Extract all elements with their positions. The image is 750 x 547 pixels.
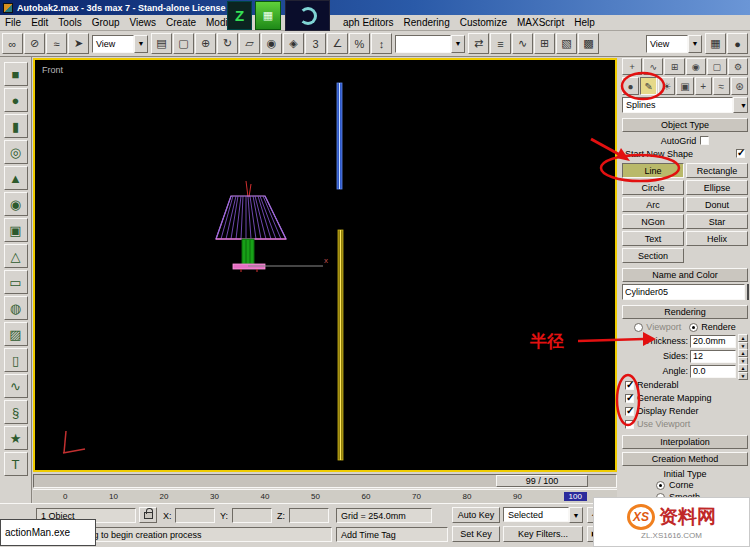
cone-icon[interactable]: ▲	[4, 166, 28, 190]
curve-editor-icon[interactable]: ∿	[512, 33, 533, 54]
geometry-category-icon[interactable]: ●	[622, 77, 639, 95]
render-mode-radio[interactable]: Rendere	[689, 321, 736, 333]
menu-item[interactable]: Help	[569, 17, 600, 28]
rendering-checkbox-row[interactable]: Renderabl	[622, 379, 748, 391]
viewport-canvas[interactable]: Front	[35, 60, 615, 470]
select-object-icon[interactable]: ➤	[68, 33, 89, 54]
quick-render-icon[interactable]: ●	[727, 33, 748, 54]
render-scene-icon[interactable]: ▩	[578, 33, 599, 54]
menu-item[interactable]: Customize	[455, 17, 512, 28]
menu-item[interactable]: Tools	[53, 17, 86, 28]
initial-type-option[interactable]: Corne	[622, 479, 748, 491]
sphere-icon[interactable]: ●	[4, 88, 28, 112]
radio-icon[interactable]	[689, 323, 698, 332]
pivot-center-icon[interactable]: ◉	[261, 33, 282, 54]
rendering-checkbox-row[interactable]: Use Viewport	[622, 418, 748, 430]
snap-3d-icon[interactable]: 3	[305, 33, 326, 54]
object-type-button[interactable]: Section	[622, 248, 684, 263]
time-slider-handle[interactable]: 99 / 100	[496, 475, 588, 487]
object-type-button[interactable]: NGon	[622, 214, 684, 229]
key-filters-button[interactable]: Key Filters...	[503, 526, 583, 542]
track-bar[interactable]: 0102030405060708090100	[33, 489, 617, 503]
object-type-button[interactable]: Star	[686, 214, 748, 229]
percent-snap-icon[interactable]: %	[349, 33, 370, 54]
select-link-icon[interactable]: ∞	[2, 33, 23, 54]
spacewarps-category-icon[interactable]: ≈	[713, 77, 730, 95]
set-key-button[interactable]: Set Key	[452, 526, 500, 542]
object-name-input[interactable]	[622, 284, 745, 300]
y-coordinate-input[interactable]	[232, 508, 272, 523]
auto-key-button[interactable]: Auto Key	[452, 507, 500, 523]
name-color-rollout[interactable]: Name and Color	[622, 268, 748, 282]
utilities-tab-icon[interactable]: ⚙	[728, 58, 748, 75]
radio-icon[interactable]	[634, 323, 643, 332]
rendering-checkbox-row[interactable]: Generate Mapping	[622, 392, 748, 404]
key-selection-dropdown[interactable]: Selected	[503, 507, 569, 522]
move-icon[interactable]: ⊕	[195, 33, 216, 54]
create-tab-icon[interactable]: +	[622, 58, 642, 75]
x-coordinate-input[interactable]	[175, 508, 215, 523]
region-select-icon[interactable]: ▢	[173, 33, 194, 54]
bind-spacewarp-icon[interactable]: ≈	[46, 33, 67, 54]
view-dropdown-arrow-icon[interactable]: ▼	[688, 35, 702, 53]
menu-item[interactable]: Rendering	[399, 17, 455, 28]
menu-item[interactable]: Edit	[26, 17, 53, 28]
object-type-button[interactable]: Ellipse	[686, 180, 748, 195]
rendering-rollout[interactable]: Rendering	[622, 305, 748, 319]
angle-input[interactable]	[690, 365, 736, 378]
capsule-icon[interactable]: ▯	[4, 348, 28, 372]
selected-dropdown-arrow-icon[interactable]: ▼	[569, 507, 583, 523]
thickness-input[interactable]	[690, 335, 736, 348]
spinner-snap-icon[interactable]: ↕	[371, 33, 392, 54]
tube-icon[interactable]: ▣	[4, 218, 28, 242]
coord-system-dropdown[interactable]: View ▼	[92, 35, 148, 53]
view-dropdown[interactable]: View ▼	[646, 35, 702, 53]
cylinder-icon[interactable]: ▮	[4, 114, 28, 138]
selection-lock-button[interactable]	[139, 507, 157, 523]
shapes-category-icon[interactable]: ✎	[640, 77, 657, 95]
scale-icon[interactable]: ▱	[239, 33, 260, 54]
hierarchy-tab-icon[interactable]: ⊞	[664, 58, 684, 75]
sides-input[interactable]	[690, 350, 736, 363]
menu-item[interactable]: Create	[161, 17, 201, 28]
creation-method-rollout[interactable]: Creation Method	[622, 452, 748, 466]
cameras-category-icon[interactable]: ▣	[676, 77, 693, 95]
angle-snap-icon[interactable]: ∠	[327, 33, 348, 54]
object-type-button[interactable]: Donut	[686, 197, 748, 212]
splines-dropdown[interactable]: Splines ▼	[622, 97, 748, 113]
menu-item[interactable]: Views	[125, 17, 162, 28]
motion-tab-icon[interactable]: ◉	[686, 58, 706, 75]
box-icon[interactable]: ■	[4, 62, 28, 86]
named-selection-arrow-icon[interactable]: ▼	[451, 35, 465, 53]
named-selection-dropdown[interactable]: ▼	[395, 35, 465, 53]
material-editor-icon[interactable]: ▧	[556, 33, 577, 54]
spline-icon[interactable]: ∿	[4, 374, 28, 398]
thickness-spin-up-icon[interactable]: ▲	[738, 334, 748, 342]
helpers-category-icon[interactable]: +	[695, 77, 712, 95]
align-icon[interactable]: ≡	[490, 33, 511, 54]
teapot-icon[interactable]: ◍	[4, 296, 28, 320]
splines-dropdown-arrow-icon[interactable]: ▼	[733, 97, 748, 113]
torus-icon[interactable]: ◎	[4, 140, 28, 164]
object-type-button[interactable]: Text	[622, 231, 684, 246]
modify-tab-icon[interactable]: ∿	[643, 58, 663, 75]
manipulate-icon[interactable]: ◈	[283, 33, 304, 54]
checkbox-icon[interactable]	[625, 420, 634, 429]
blue-spline-object[interactable]	[337, 83, 342, 189]
render-type-icon[interactable]: ▦	[705, 33, 726, 54]
object-color-swatch[interactable]	[747, 284, 749, 300]
object-type-button[interactable]: Arc	[622, 197, 684, 212]
z-coordinate-input[interactable]	[289, 508, 329, 523]
rendering-checkbox-row[interactable]: Display Render	[622, 405, 748, 417]
front-viewport[interactable]: Front	[33, 58, 617, 472]
add-time-tag-field[interactable]: Add Time Tag	[336, 527, 448, 542]
display-tab-icon[interactable]: ▢	[707, 58, 727, 75]
sides-spin-up-icon[interactable]: ▲	[738, 349, 748, 357]
unlink-icon[interactable]: ⊘	[24, 33, 45, 54]
object-type-rollout[interactable]: Object Type	[622, 118, 748, 132]
start-new-shape-checkbox[interactable]	[736, 149, 745, 158]
render-mode-radio[interactable]: Viewport	[634, 321, 681, 333]
interpolation-rollout[interactable]: Interpolation	[622, 435, 748, 449]
geosphere-icon[interactable]: ◉	[4, 192, 28, 216]
coord-system-arrow-icon[interactable]: ▼	[134, 35, 148, 53]
